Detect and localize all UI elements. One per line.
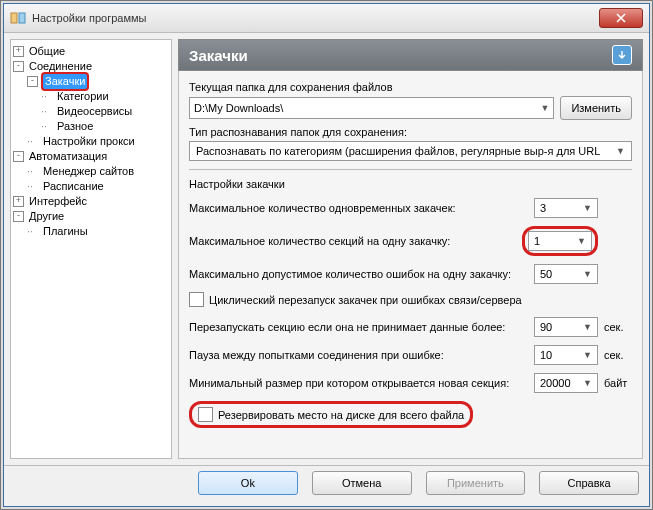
download-settings-title: Настройки закачки xyxy=(189,178,632,190)
min-size-select[interactable]: 20000 ▼ xyxy=(534,373,598,393)
tree-item-label: Видеосервисы xyxy=(55,104,134,119)
apply-button[interactable]: Применить xyxy=(426,471,526,495)
tree-item[interactable]: -Соединение xyxy=(13,59,169,74)
tree-item[interactable]: -Автоматизация xyxy=(13,149,169,164)
reserve-space-label: Резервировать место на диске для всего ф… xyxy=(218,409,464,421)
chevron-down-icon: ▼ xyxy=(583,322,592,332)
chevron-down-icon: ▼ xyxy=(540,103,549,113)
restart-section-select[interactable]: 90 ▼ xyxy=(534,317,598,337)
max-errors-label: Максимально допустимое количество ошибок… xyxy=(189,268,511,280)
min-size-label: Минимальный размер при котором открывает… xyxy=(189,377,509,389)
dialog-footer: Ok Отмена Применить Справка xyxy=(4,465,649,500)
restart-section-label: Перезапускать секцию если она не принима… xyxy=(189,321,505,333)
max-sections-select[interactable]: 1 ▼ xyxy=(528,231,592,251)
tree-item-label: Категории xyxy=(55,89,111,104)
collapse-icon[interactable]: - xyxy=(27,76,38,87)
ok-button[interactable]: Ok xyxy=(198,471,298,495)
help-button[interactable]: Справка xyxy=(539,471,639,495)
unit-byte: байт xyxy=(604,377,632,389)
highlight-ring: Резервировать место на диске для всего ф… xyxy=(189,401,473,428)
tree-item[interactable]: ··Расписание xyxy=(13,179,169,194)
panel-heading: Закачки xyxy=(178,39,643,71)
unit-sec: сек. xyxy=(604,349,632,361)
recognition-value: Распознавать по категориям (расширения ф… xyxy=(196,145,600,157)
collapse-icon[interactable]: - xyxy=(13,151,24,162)
tree-item-label: Автоматизация xyxy=(27,149,109,164)
close-button[interactable] xyxy=(599,8,643,28)
tree-item[interactable]: ··Видеосервисы xyxy=(13,104,169,119)
chevron-down-icon: ▼ xyxy=(583,378,592,388)
chevron-down-icon: ▼ xyxy=(577,236,586,246)
tree-item[interactable]: -Другие xyxy=(13,209,169,224)
tree-item-label: Интерфейс xyxy=(27,194,89,209)
chevron-down-icon: ▼ xyxy=(583,350,592,360)
tree-item[interactable]: ··Настройки прокси xyxy=(13,134,169,149)
cancel-button[interactable]: Отмена xyxy=(312,471,412,495)
tree-item[interactable]: ··Разное xyxy=(13,119,169,134)
tree-item-label: Разное xyxy=(55,119,95,134)
collapse-icon[interactable]: - xyxy=(13,61,24,72)
tree-item[interactable]: ··Плагины xyxy=(13,224,169,239)
chevron-down-icon: ▼ xyxy=(583,203,592,213)
tree-item[interactable]: ··Менеджер сайтов xyxy=(13,164,169,179)
tree-item-label: Расписание xyxy=(41,179,106,194)
tree-item-label: Настройки прокси xyxy=(41,134,137,149)
max-downloads-label: Максимальное количество одновременных за… xyxy=(189,202,456,214)
reserve-space-checkbox[interactable] xyxy=(198,407,213,422)
folder-label: Текущая папка для сохранения файлов xyxy=(189,81,632,93)
pause-label: Пауза между попытками соединения при оши… xyxy=(189,349,444,361)
max-sections-label: Максимальное количество секций на одну з… xyxy=(189,235,450,247)
tree-item[interactable]: -Закачки xyxy=(13,74,169,89)
nav-tree[interactable]: +Общие-Соединение-Закачки··Категории··Ви… xyxy=(10,39,172,459)
tree-item-label: Другие xyxy=(27,209,66,224)
svg-rect-0 xyxy=(11,13,17,23)
expand-icon[interactable]: + xyxy=(13,196,24,207)
chevron-down-icon: ▼ xyxy=(583,269,592,279)
tree-item[interactable]: +Интерфейс xyxy=(13,194,169,209)
tree-item-label: Менеджер сайтов xyxy=(41,164,136,179)
settings-window: Настройки программы +Общие-Соединение-За… xyxy=(3,3,650,507)
tree-item[interactable]: +Общие xyxy=(13,44,169,59)
folder-path-value: D:\My Downloads\ xyxy=(194,102,283,114)
tree-item-label: Общие xyxy=(27,44,67,59)
tree-item-label: Плагины xyxy=(41,224,90,239)
unit-sec: сек. xyxy=(604,321,632,333)
max-downloads-select[interactable]: 3 ▼ xyxy=(534,198,598,218)
max-errors-select[interactable]: 50 ▼ xyxy=(534,264,598,284)
window-title: Настройки программы xyxy=(32,12,599,24)
content-panel: Закачки Текущая папка для сохранения фай… xyxy=(178,39,643,459)
svg-rect-1 xyxy=(19,13,25,23)
collapse-icon[interactable] xyxy=(612,45,632,65)
app-icon xyxy=(10,10,26,26)
cyclic-restart-checkbox[interactable] xyxy=(189,292,204,307)
recognition-select[interactable]: Распознавать по категориям (расширения ф… xyxy=(189,141,632,161)
folder-path-select[interactable]: D:\My Downloads\ ▼ xyxy=(189,97,554,119)
change-folder-button[interactable]: Изменить xyxy=(560,96,632,120)
expand-icon[interactable]: + xyxy=(13,46,24,57)
collapse-icon[interactable]: - xyxy=(13,211,24,222)
titlebar: Настройки программы xyxy=(4,4,649,33)
tree-item[interactable]: ··Категории xyxy=(13,89,169,104)
close-icon xyxy=(616,13,626,23)
panel-heading-text: Закачки xyxy=(189,47,248,64)
highlight-ring: 1 ▼ xyxy=(522,226,598,256)
cyclic-restart-label: Циклический перезапуск закачек при ошибк… xyxy=(209,294,522,306)
recognition-label: Тип распознавания папок для сохранения: xyxy=(189,126,632,138)
pause-select[interactable]: 10 ▼ xyxy=(534,345,598,365)
chevron-down-icon: ▼ xyxy=(616,146,625,156)
